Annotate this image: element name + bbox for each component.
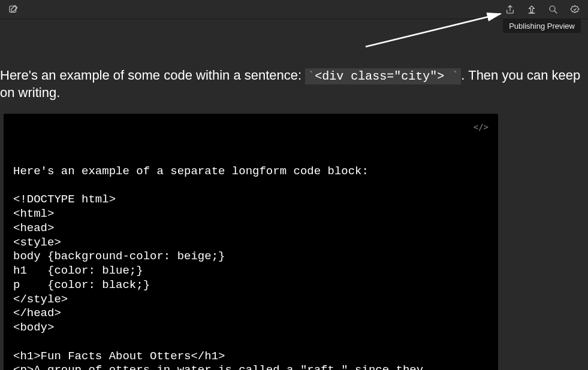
share-icon[interactable] [504, 4, 516, 16]
search-icon[interactable] [547, 4, 559, 16]
code-block[interactable]: </> Here's an example of a separate long… [4, 114, 498, 370]
code-block-content: Here's an example of a separate longform… [13, 165, 489, 370]
toolbar-left [7, 4, 19, 16]
toolbar [0, 0, 588, 19]
scrollbar[interactable] [581, 20, 587, 356]
content-area: Here's an example of some code within a … [0, 19, 588, 370]
svg-rect-1 [529, 13, 535, 14]
text-before-inline-code: Here's an example of some code within a … [0, 68, 305, 83]
code-block-icon: </> [474, 122, 489, 133]
inline-code: `<div class="city"> ` [305, 68, 461, 84]
svg-point-2 [550, 6, 555, 11]
settings-icon[interactable] [569, 4, 581, 16]
body-paragraph[interactable]: Here's an example of some code within a … [0, 19, 588, 102]
compose-icon[interactable] [7, 4, 19, 16]
toolbar-right [504, 4, 581, 16]
publish-icon[interactable] [526, 4, 538, 16]
